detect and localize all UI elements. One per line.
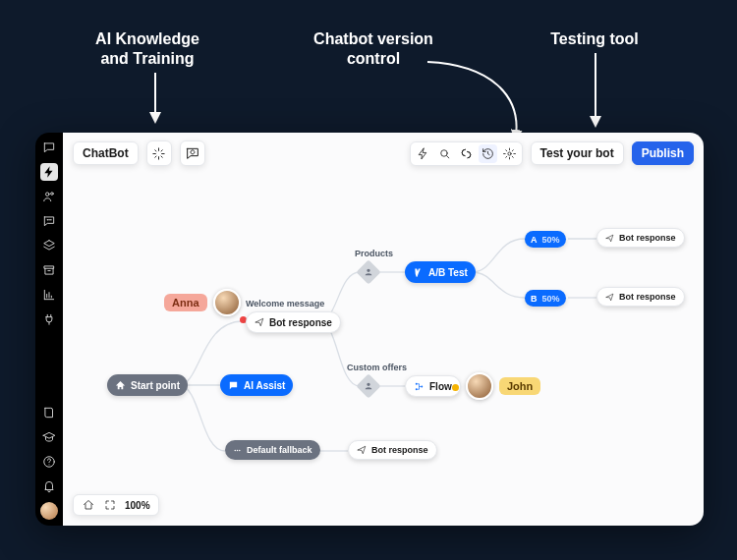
flow-wires bbox=[63, 174, 704, 526]
svg-point-12 bbox=[237, 449, 239, 451]
node-bot-response-fallback[interactable]: Bot response bbox=[348, 440, 437, 460]
node-start-label: Start point bbox=[131, 380, 180, 391]
sidebar-plug-icon[interactable] bbox=[40, 310, 58, 328]
refresh-chat-button[interactable] bbox=[180, 140, 205, 166]
sidebar-chart-icon[interactable] bbox=[40, 286, 58, 304]
user-anna-avatar bbox=[213, 289, 241, 316]
user-john-label: John bbox=[499, 377, 540, 395]
variant-b-letter: B bbox=[531, 294, 538, 304]
node-ai-assist[interactable]: AI Assist bbox=[220, 374, 293, 396]
svg-point-13 bbox=[239, 449, 241, 451]
node-bot-response-a-label: Bot response bbox=[619, 233, 676, 243]
toolbar-group bbox=[410, 141, 523, 166]
variant-a-letter: A bbox=[531, 235, 538, 245]
toolbar: ChatBot Test your bot Publish bbox=[63, 133, 704, 174]
sidebar-education-icon[interactable] bbox=[40, 428, 58, 446]
node-bot-response-b-label: Bot response bbox=[619, 292, 676, 302]
diamond-custom[interactable] bbox=[356, 373, 380, 398]
node-default-fallback-label: Default fallback bbox=[247, 445, 312, 455]
diamond-products[interactable] bbox=[356, 259, 380, 284]
sidebar-layers-icon[interactable] bbox=[40, 237, 58, 254]
tool-form-icon[interactable] bbox=[457, 144, 476, 163]
node-bot-response-welcome[interactable]: Bot response bbox=[246, 311, 341, 333]
tool-history-icon[interactable] bbox=[479, 144, 497, 163]
sidebar bbox=[35, 133, 63, 526]
svg-point-3 bbox=[51, 193, 54, 196]
sidebar-cloud-icon[interactable] bbox=[40, 212, 58, 230]
annotation-test: Testing tool bbox=[531, 29, 658, 49]
publish-button[interactable]: Publish bbox=[632, 141, 694, 165]
svg-point-16 bbox=[421, 385, 423, 387]
node-ab-test-label: A/B Test bbox=[428, 267, 468, 278]
test-bot-button[interactable]: Test your bot bbox=[531, 141, 624, 165]
annotation-test-arrow bbox=[586, 51, 605, 130]
user-anna-badge: Anna bbox=[164, 289, 241, 316]
node-bot-response-b[interactable]: Bot response bbox=[596, 287, 685, 307]
svg-point-11 bbox=[235, 449, 237, 451]
cursor-dot-john bbox=[452, 384, 459, 391]
sidebar-book-icon[interactable] bbox=[40, 404, 58, 421]
sidebar-bell-icon[interactable] bbox=[40, 477, 58, 495]
variant-a-pct: 50% bbox=[542, 235, 560, 245]
app-frame: ChatBot Test your bot Publish bbox=[35, 133, 704, 526]
sidebar-users-icon[interactable] bbox=[40, 188, 58, 205]
node-variant-b[interactable]: B 50% bbox=[525, 290, 566, 307]
tool-search-icon[interactable] bbox=[435, 144, 454, 163]
user-john-avatar bbox=[466, 372, 493, 400]
variant-b-pct: 50% bbox=[542, 294, 560, 304]
main-panel: ChatBot Test your bot Publish bbox=[63, 133, 704, 526]
sidebar-archive-icon[interactable] bbox=[40, 261, 58, 279]
node-bot-response-a[interactable]: Bot response bbox=[596, 228, 685, 248]
node-bot-response-fallback-label: Bot response bbox=[371, 445, 428, 455]
node-flow-label: Flow bbox=[429, 381, 452, 392]
svg-point-10 bbox=[507, 151, 510, 154]
sidebar-avatar[interactable] bbox=[40, 502, 58, 520]
node-variant-a[interactable]: A 50% bbox=[525, 231, 566, 248]
node-ab-test[interactable]: A/B Test bbox=[405, 261, 476, 283]
zoom-level: 100% bbox=[125, 500, 150, 511]
annotation-knowledge: AI Knowledge and Training bbox=[69, 29, 226, 69]
annotation-knowledge-arrow bbox=[145, 71, 165, 125]
node-bot-response-welcome-label: Bot response bbox=[269, 317, 332, 328]
label-custom: Custom offers bbox=[347, 363, 407, 372]
zoom-control[interactable]: 100% bbox=[73, 494, 159, 516]
label-products: Products bbox=[355, 249, 393, 258]
tool-bolt-icon[interactable] bbox=[414, 144, 432, 163]
svg-point-15 bbox=[416, 388, 418, 390]
zoom-expand-icon[interactable] bbox=[103, 498, 117, 512]
svg-rect-7 bbox=[44, 266, 53, 268]
svg-point-14 bbox=[416, 382, 418, 384]
node-start[interactable]: Start point bbox=[107, 374, 188, 396]
bot-title-chip[interactable]: ChatBot bbox=[73, 141, 139, 165]
user-anna-label: Anna bbox=[164, 294, 207, 311]
svg-point-2 bbox=[46, 193, 50, 196]
tool-gear-icon[interactable] bbox=[500, 144, 519, 163]
sidebar-bolt-icon[interactable] bbox=[40, 163, 58, 181]
sidebar-help-icon[interactable] bbox=[40, 453, 58, 471]
label-welcome: Welcome message bbox=[246, 299, 324, 308]
sidebar-chat-icon[interactable] bbox=[40, 139, 58, 156]
zoom-home-icon[interactable] bbox=[82, 498, 95, 512]
user-john-badge: John bbox=[466, 372, 540, 400]
flow-canvas[interactable]: Anna Start point AI Assist Default fallb… bbox=[63, 174, 704, 526]
node-default-fallback[interactable]: Default fallback bbox=[225, 440, 320, 460]
sparkle-button[interactable] bbox=[146, 140, 172, 166]
node-ai-assist-label: AI Assist bbox=[244, 380, 285, 391]
svg-point-9 bbox=[440, 149, 447, 156]
